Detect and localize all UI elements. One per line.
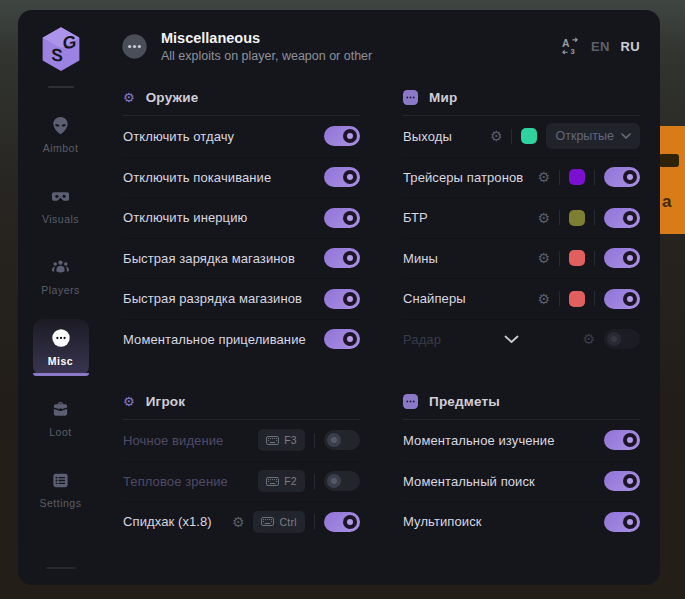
sidebar-item-visuals[interactable]: Visuals [33, 177, 89, 234]
toggle-knob [343, 211, 357, 225]
row-controls [324, 208, 360, 228]
hotkey-badge[interactable]: F3 [258, 429, 305, 451]
feature-row: Трейсеры патронов⚙ [403, 157, 640, 198]
toggle-switch[interactable] [324, 512, 360, 532]
row-controls [324, 289, 360, 309]
color-swatch[interactable] [569, 250, 585, 266]
row-controls: ⚙ [537, 248, 640, 268]
page-title: Miscellaneous [161, 30, 372, 46]
feature-label: Отключить инерцию [123, 210, 247, 225]
toggle-switch[interactable] [604, 167, 640, 187]
section-rows: Выходы⚙ОткрытыеТрейсеры патронов⚙БТР⚙Мин… [403, 116, 640, 359]
vertical-divider [314, 514, 315, 529]
svg-text:A: A [562, 38, 570, 49]
gear-icon[interactable]: ⚙ [537, 292, 550, 306]
ellipsis-circle-icon [121, 33, 148, 60]
gear-icon[interactable]: ⚙ [232, 515, 245, 529]
sidebar-item-misc[interactable]: Misc [33, 319, 89, 376]
hotkey-badge[interactable]: Ctrl [253, 511, 305, 533]
toggle-switch[interactable] [604, 208, 640, 228]
feature-row: Отключить покачивание [123, 157, 360, 198]
list-icon [51, 470, 71, 490]
keyboard-icon [266, 436, 279, 445]
row-controls [324, 126, 360, 146]
feature-row: Быстрая зарядка магазинов [123, 238, 360, 279]
game-background-orange-sign: а [659, 126, 685, 234]
feature-label: Моментальное прицеливание [123, 332, 306, 347]
feature-label: Быстрая разрядка магазинов [123, 291, 302, 306]
toggle-switch[interactable] [604, 248, 640, 268]
svg-text:S: S [51, 44, 63, 66]
gear-icon[interactable]: ⚙ [490, 129, 503, 143]
gear-icon[interactable]: ⚙ [537, 170, 550, 184]
toggle-switch[interactable] [604, 512, 640, 532]
goggles-icon [51, 186, 71, 206]
feature-row: Ночное видениеF3 [123, 420, 360, 461]
toggle-switch[interactable] [324, 471, 360, 491]
toggle-knob [623, 292, 637, 306]
toggle-switch[interactable] [324, 248, 360, 268]
color-swatch[interactable] [521, 128, 537, 144]
feature-label: Спидхак (x1.8) [123, 514, 212, 529]
vertical-divider [559, 251, 560, 266]
toggle-switch[interactable] [324, 167, 360, 187]
color-swatch[interactable] [569, 169, 585, 185]
sidebar-item-players[interactable]: Players [33, 248, 89, 305]
sidebar-item-loot[interactable]: Loot [33, 390, 89, 447]
color-swatch[interactable] [569, 291, 585, 307]
feature-label: Снайперы [403, 291, 466, 306]
toggle-switch[interactable] [604, 329, 640, 349]
lang-option-ru[interactable]: RU [621, 39, 640, 54]
hotkey-label: Ctrl [279, 516, 297, 528]
toggle-switch[interactable] [324, 289, 360, 309]
sidebar-item-settings[interactable]: Settings [33, 461, 89, 518]
section-header: Предметы [403, 383, 640, 419]
hotkey-badge[interactable]: F2 [258, 470, 305, 492]
cheat-menu-panel: S G AimbotVisualsPlayersMiscLootSettings… [18, 10, 660, 585]
sidebar-divider [48, 86, 74, 88]
vertical-divider [559, 291, 560, 306]
toggle-switch[interactable] [324, 430, 360, 450]
toggle-switch[interactable] [324, 329, 360, 349]
translate-icon: A з [561, 37, 580, 56]
feature-label: Радар [403, 332, 441, 347]
section-header: Мир [403, 79, 640, 115]
row-controls [324, 329, 360, 349]
lang-option-en[interactable]: EN [591, 39, 610, 54]
color-swatch[interactable] [569, 210, 585, 226]
toggle-knob [607, 332, 621, 346]
section-player: ⚙ИгрокНочное видениеF3Тепловое зрениеF2С… [123, 383, 360, 542]
row-controls: F3 [258, 429, 360, 451]
chevron-down-icon[interactable] [504, 335, 519, 344]
feature-row: Мины⚙ [403, 238, 640, 279]
sidebar-item-aimbot[interactable]: Aimbot [33, 106, 89, 163]
toggle-knob [327, 474, 341, 488]
gear-icon[interactable]: ⚙ [537, 251, 550, 265]
row-controls [324, 167, 360, 187]
section-world: МирВыходы⚙ОткрытыеТрейсеры патронов⚙БТР⚙… [403, 79, 640, 359]
toggle-switch[interactable] [604, 430, 640, 450]
svg-text:з: з [570, 46, 574, 56]
row-controls [604, 512, 640, 532]
content-column-1: ⚙ОружиеОтключить отдачуОтключить покачив… [123, 63, 360, 542]
toggle-switch[interactable] [324, 208, 360, 228]
feature-row: Моментальное изучение [403, 420, 640, 461]
toggle-switch[interactable] [324, 126, 360, 146]
row-controls: ⚙Ctrl [232, 511, 360, 533]
feature-row: Выходы⚙Открытые [403, 116, 640, 157]
dropdown-value: Открытые [555, 129, 614, 143]
toggle-switch[interactable] [604, 289, 640, 309]
page-subtitle: All exploits on player, weapon or other [161, 49, 372, 63]
vertical-divider [559, 210, 560, 225]
gear-icon: ⚙ [123, 91, 135, 104]
feature-row: Тепловое зрениеF2 [123, 461, 360, 502]
content-grid: ⚙ОружиеОтключить отдачуОтключить покачив… [103, 63, 660, 542]
toggle-switch[interactable] [604, 471, 640, 491]
feature-row: Радар⚙ [403, 319, 640, 360]
dropdown-select[interactable]: Открытые [546, 123, 640, 149]
sidebar-item-label: Players [41, 284, 80, 296]
gear-icon[interactable]: ⚙ [537, 211, 550, 225]
header-text: Miscellaneous All exploits on player, we… [161, 30, 372, 63]
gear-icon[interactable]: ⚙ [582, 332, 595, 346]
sign-glyph [659, 154, 679, 167]
